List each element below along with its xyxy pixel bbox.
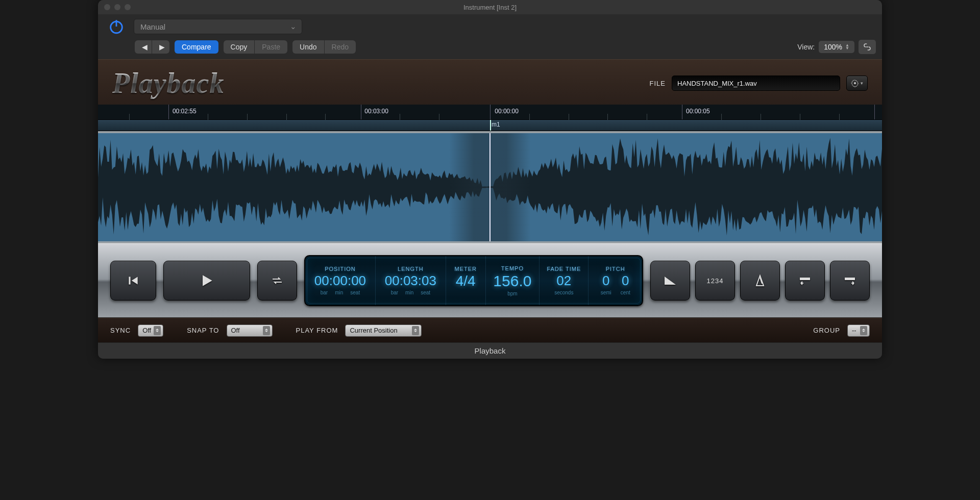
prev-button[interactable]: ◀ (135, 40, 152, 54)
play-button[interactable] (163, 261, 250, 301)
fade-out-button[interactable] (650, 261, 690, 301)
plugin-window: Instrument [Inst 2] Manual ⌄ ◀ ▶ Compare… (98, 0, 882, 359)
svg-rect-10 (800, 278, 810, 280)
status-bar: Playback (98, 342, 882, 359)
lcd-fade-time[interactable]: FADE TIME 02 seconds (540, 256, 589, 305)
window-traffic-lights[interactable] (104, 4, 131, 10)
power-button[interactable] (104, 14, 129, 39)
svg-marker-7 (665, 277, 676, 285)
toolbar-row-2: ◀ ▶ Compare Copy Paste Undo Redo View: 1… (98, 39, 882, 59)
zoom-select[interactable]: 100% ▲▼ (819, 41, 854, 53)
count-in-icon: 1234 (707, 277, 724, 285)
snap-label: SNAP TO (187, 327, 219, 334)
nav-segment: ◀ ▶ (135, 40, 169, 54)
ruler-time: 00:00:05 (686, 108, 710, 115)
lcd-display: POSITION 00:00:00 barminseat LENGTH 00:0… (304, 255, 643, 306)
plugin-body: Playback FILE HANDSTAND_MIX_r1.wav ▾ 00:… (98, 59, 882, 342)
cycle-button[interactable] (257, 261, 297, 301)
playfrom-label: PLAY FROM (296, 327, 338, 334)
lcd-meter[interactable]: METER 4/4 (446, 256, 486, 305)
compare-button[interactable]: Compare (175, 40, 218, 54)
waveform-display[interactable] (98, 131, 882, 243)
redo-button[interactable]: Redo (325, 40, 356, 54)
playfrom-select[interactable]: Current Position (345, 324, 422, 337)
plugin-header: Playback FILE HANDSTAND_MIX_r1.wav ▾ (98, 59, 882, 105)
group-select[interactable]: -- (847, 324, 870, 337)
count-in-button[interactable]: 1234 (695, 261, 735, 301)
measure-label: m1 (492, 121, 500, 128)
stepper-icon: ▲▼ (845, 44, 849, 50)
paste-button[interactable]: Paste (255, 40, 287, 54)
file-label: FILE (650, 80, 666, 87)
chevron-down-icon: ⌄ (290, 22, 297, 31)
timeline-ruler[interactable]: 00:02:55 00:03:00 00:00:00 00:00:05 m1 (98, 105, 882, 131)
window-title: Instrument [Inst 2] (463, 4, 517, 11)
lcd-tempo[interactable]: TEMPO 156.0 bpm (486, 256, 540, 305)
sync-label: SYNC (110, 327, 131, 334)
preset-select[interactable]: Manual ⌄ (134, 19, 302, 34)
copy-button[interactable]: Copy (224, 40, 255, 54)
lcd-pitch[interactable]: PITCH 0semi 0cent (589, 256, 642, 305)
group-label: GROUP (813, 327, 840, 334)
footer-options: SYNC Off SNAP TO Off PLAY FROM Current P… (98, 318, 882, 342)
svg-rect-4 (129, 277, 130, 284)
view-label: View: (797, 43, 815, 51)
chevron-down-icon: ▾ (861, 81, 863, 86)
playhead-handle-bottom[interactable] (457, 242, 523, 243)
svg-marker-6 (203, 275, 212, 286)
sidechain-link-button[interactable] (859, 40, 876, 54)
titlebar[interactable]: Instrument [Inst 2] (98, 0, 882, 14)
plugin-logo: Playback (112, 67, 224, 99)
ruler-time: 00:03:00 (364, 108, 388, 115)
transport-panel: POSITION 00:00:00 barminseat LENGTH 00:0… (98, 243, 882, 318)
lcd-position[interactable]: POSITION 00:00:00 barminseat (305, 256, 376, 305)
snap-select[interactable]: Off (227, 324, 273, 337)
svg-marker-8 (756, 276, 764, 286)
return-to-start-button[interactable] (785, 261, 825, 301)
go-to-start-button[interactable] (110, 261, 156, 301)
status-text: Playback (475, 346, 506, 355)
svg-point-2 (854, 82, 856, 84)
playhead-handle-top[interactable] (457, 131, 523, 132)
ruler-time: 00:00:00 (495, 108, 519, 115)
zoom-value: 100% (824, 43, 842, 51)
svg-marker-5 (132, 277, 138, 284)
ruler-time: 00:02:55 (173, 108, 197, 115)
toolbar-row-1: Manual ⌄ (98, 14, 882, 39)
metronome-button[interactable] (740, 261, 780, 301)
undo-button[interactable]: Undo (292, 40, 324, 54)
lcd-length[interactable]: LENGTH 00:03:03 barminseat (376, 256, 446, 305)
file-field[interactable]: HANDSTAND_MIX_r1.wav (672, 76, 840, 91)
sync-select[interactable]: Off (138, 324, 163, 337)
play-to-end-button[interactable] (830, 261, 870, 301)
file-name: HANDSTAND_MIX_r1.wav (677, 80, 757, 87)
preset-value: Manual (140, 22, 165, 31)
action-menu-button[interactable]: ▾ (846, 76, 868, 91)
next-button[interactable]: ▶ (152, 40, 169, 54)
svg-rect-11 (845, 278, 855, 280)
